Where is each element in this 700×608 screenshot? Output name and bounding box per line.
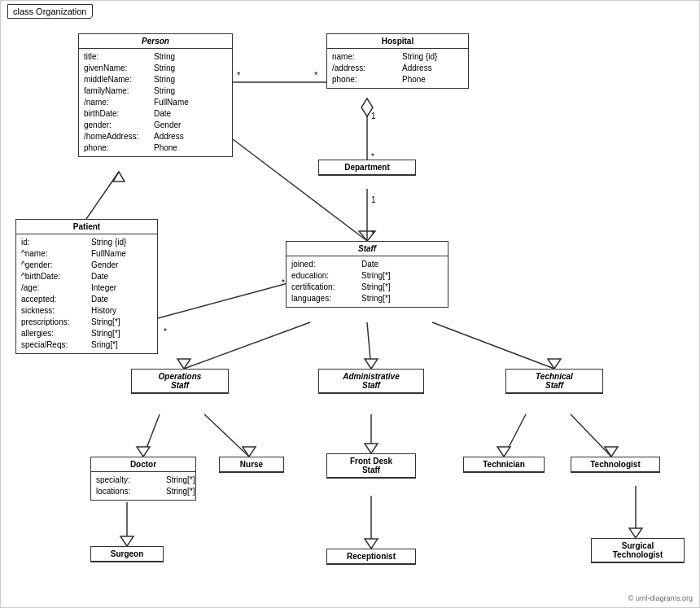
receptionist-class: Receptionist: [326, 549, 416, 565]
person-class-name: Person: [79, 34, 232, 49]
svg-marker-20: [365, 359, 378, 369]
hospital-class-name: Hospital: [327, 34, 468, 49]
technician-class: Technician: [463, 457, 545, 473]
svg-marker-24: [137, 447, 150, 457]
person-class: Person title:String givenName:String mid…: [78, 33, 233, 157]
operations-staff-class-name: OperationsStaff: [132, 370, 228, 393]
svg-text:*: *: [237, 70, 241, 80]
svg-line-29: [504, 414, 526, 457]
department-class-name: Department: [319, 160, 415, 175]
patient-class-attrs: id:String {id} ^name:FullName ^gender:Ge…: [16, 234, 157, 353]
svg-text:*: *: [371, 230, 374, 238]
svg-marker-26: [243, 447, 256, 457]
copyright: © uml-diagrams.org: [628, 594, 693, 602]
nurse-class: Nurse: [219, 457, 284, 473]
svg-marker-34: [120, 536, 133, 546]
svg-text:*: *: [314, 70, 318, 80]
svg-marker-30: [497, 447, 510, 457]
surgeon-class-name: Surgeon: [91, 547, 163, 562]
diagram-title: class Organization: [7, 4, 93, 19]
svg-marker-22: [548, 359, 561, 369]
staff-class: Staff joined:Date education:String[*] ce…: [286, 241, 448, 308]
svg-line-25: [204, 414, 249, 457]
diagram-container: class Organization * * 1 * 1 * *: [0, 0, 700, 608]
svg-marker-28: [365, 444, 378, 453]
nurse-class-name: Nurse: [220, 457, 283, 472]
doctor-class: Doctor specialty:String[*] locations:Str…: [90, 457, 196, 501]
department-class: Department: [318, 160, 416, 176]
svg-line-21: [432, 322, 554, 369]
svg-line-31: [571, 414, 611, 457]
front-desk-class: Front DeskStaff: [326, 453, 416, 479]
surgical-tech-class: SurgicalTechnologist: [591, 538, 685, 563]
svg-marker-32: [605, 447, 618, 457]
technical-staff-class: TechnicalStaff: [505, 369, 603, 394]
surgeon-class: Surgeon: [90, 546, 164, 562]
svg-line-19: [367, 322, 371, 369]
person-class-attrs: title:String givenName:String middleName…: [79, 49, 232, 156]
admin-staff-class: AdministrativeStaff: [318, 369, 424, 394]
technical-staff-class-name: TechnicalStaff: [506, 370, 602, 393]
technician-class-name: Technician: [464, 457, 544, 472]
svg-marker-4: [113, 172, 125, 182]
svg-line-5: [233, 139, 367, 241]
staff-class-attrs: joined:Date education:String[*] certific…: [287, 256, 448, 307]
hospital-class: Hospital name:String {id} /address:Addre…: [326, 33, 469, 89]
svg-marker-36: [365, 539, 378, 549]
staff-class-name: Staff: [287, 242, 448, 256]
admin-staff-class-name: AdministrativeStaff: [319, 370, 423, 393]
svg-line-23: [143, 414, 160, 457]
svg-marker-18: [177, 359, 190, 369]
doctor-class-name: Doctor: [91, 457, 195, 472]
patient-class-name: Patient: [16, 220, 157, 234]
svg-text:*: *: [164, 327, 167, 336]
svg-line-17: [184, 322, 310, 369]
doctor-class-attrs: specialty:String[*] locations:String[*]: [91, 472, 195, 500]
svg-marker-38: [629, 528, 642, 538]
patient-class: Patient id:String {id} ^name:FullName ^g…: [15, 219, 158, 354]
receptionist-class-name: Receptionist: [327, 549, 415, 564]
technologist-class: Technologist: [571, 457, 660, 473]
svg-line-14: [158, 282, 294, 318]
hospital-class-attrs: name:String {id} /address:Address phone:…: [327, 49, 468, 88]
svg-text:1: 1: [371, 195, 376, 204]
front-desk-class-name: Front DeskStaff: [327, 454, 415, 478]
svg-text:1: 1: [371, 112, 376, 120]
operations-staff-class: OperationsStaff: [131, 369, 229, 394]
technologist-class-name: Technologist: [571, 457, 659, 472]
svg-line-3: [86, 172, 119, 219]
svg-marker-8: [361, 98, 373, 116]
svg-marker-6: [359, 231, 375, 241]
surgical-tech-class-name: SurgicalTechnologist: [592, 539, 684, 562]
svg-text:*: *: [282, 278, 285, 287]
